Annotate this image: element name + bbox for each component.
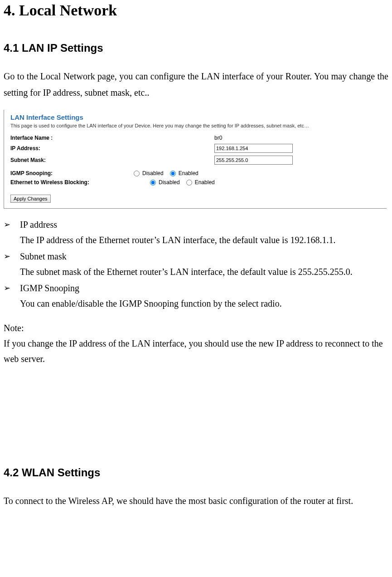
list-item: ➢ Subnet mask The subnet mask of the Eth… xyxy=(4,249,388,279)
igmp-enabled-label: Enabled xyxy=(179,170,198,176)
bullet-title: IP address xyxy=(20,217,388,232)
eth-wireless-blocking-label: Ethernet to Wireless Blocking: xyxy=(10,179,124,186)
ew-enabled-radio[interactable] xyxy=(186,180,192,186)
bullet-desc: The IP address of the Ethernet router’s … xyxy=(20,232,388,248)
parameter-list: ➢ IP address The IP address of the Ether… xyxy=(4,217,388,311)
note-text: If you change the IP address of the LAN … xyxy=(4,336,388,367)
list-item: ➢ IP address The IP address of the Ether… xyxy=(4,217,388,248)
interface-name-label: Interface Name : xyxy=(10,135,124,141)
page-title: 4. Local Network xyxy=(4,2,388,19)
lan-settings-screenshot: LAN Interface Settings This page is used… xyxy=(4,110,387,209)
bullet-title: IGMP Snooping xyxy=(20,280,388,296)
ip-address-input[interactable] xyxy=(214,144,293,153)
arrow-icon: ➢ xyxy=(4,280,20,311)
subnet-mask-input[interactable] xyxy=(214,156,293,165)
screenshot-description: This page is used to configure the LAN i… xyxy=(10,123,382,128)
igmp-disabled-radio[interactable] xyxy=(134,171,140,176)
subnet-mask-label: Subnet Mask: xyxy=(10,157,124,163)
bullet-desc: The subnet mask of the Ethernet router’s… xyxy=(20,264,388,279)
screenshot-title: LAN Interface Settings xyxy=(10,113,382,121)
section-heading-lan: 4.1 LAN IP Settings xyxy=(4,42,388,54)
note-label: Note: xyxy=(4,320,388,336)
list-item: ➢ IGMP Snooping You can enable/disable t… xyxy=(4,280,388,311)
bullet-desc: You can enable/disable the IGMP Snooping… xyxy=(20,296,388,311)
section-heading-wlan: 4.2 WLAN Settings xyxy=(4,466,388,479)
ew-disabled-radio[interactable] xyxy=(150,180,156,186)
section1-intro: Go to the Local Network page, you can co… xyxy=(4,68,388,101)
ip-address-label: IP Address: xyxy=(10,145,124,152)
apply-changes-button[interactable]: Apply Changes xyxy=(10,195,51,203)
ew-enabled-label: Enabled xyxy=(195,179,215,186)
arrow-icon: ➢ xyxy=(4,217,20,248)
igmp-snooping-label: IGMP Snooping: xyxy=(10,170,124,176)
ew-disabled-label: Disabled xyxy=(159,179,180,186)
section2-intro: To connect to the Wireless AP, we should… xyxy=(4,493,388,509)
igmp-disabled-label: Disabled xyxy=(142,170,164,176)
interface-name-value: br0 xyxy=(124,135,222,141)
igmp-enabled-radio[interactable] xyxy=(170,171,176,176)
bullet-title: Subnet mask xyxy=(20,249,388,264)
arrow-icon: ➢ xyxy=(4,249,20,279)
